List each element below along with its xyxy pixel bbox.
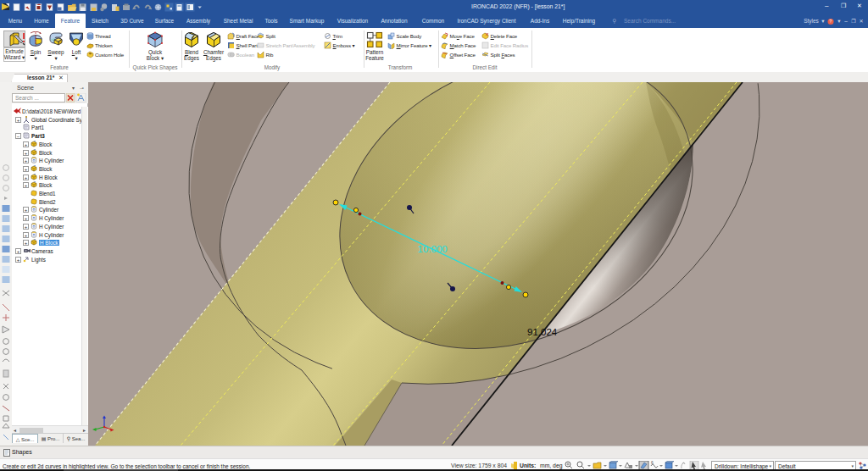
svg-text:6: 6 [651,461,654,465]
svg-text:10.000: 10.000 [418,244,448,254]
svg-text:91.024: 91.024 [527,327,558,337]
